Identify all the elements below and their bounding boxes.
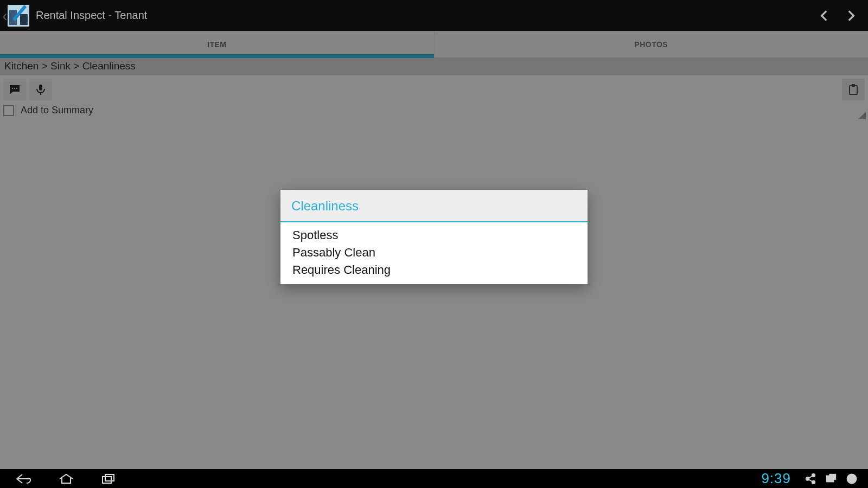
dialog-option-requires-clean[interactable]: Requires Cleaning: [280, 261, 588, 279]
svg-line-13: [809, 479, 812, 481]
back-button[interactable]: [8, 469, 40, 488]
dialog-option-spotless[interactable]: Spotless: [280, 227, 588, 244]
svg-line-12: [809, 476, 812, 478]
svg-point-9: [806, 477, 809, 480]
home-button[interactable]: [50, 469, 82, 488]
svg-point-10: [812, 473, 815, 477]
cleanliness-dialog: Cleanliness Spotless Passably Clean Requ…: [280, 190, 588, 284]
action-bar: ‹ Rental Inspect - Tenant: [0, 0, 868, 31]
app-icon[interactable]: [8, 5, 29, 27]
modal-scrim[interactable]: Cleanliness Spotless Passably Clean Requ…: [0, 31, 868, 469]
svg-rect-7: [103, 477, 111, 483]
android-nav-bar: 9:39: [0, 469, 868, 488]
screenshot-icon[interactable]: [822, 473, 840, 485]
dialog-option-passably-clean[interactable]: Passably Clean: [280, 244, 588, 261]
app-title: Rental Inspect - Tenant: [36, 9, 147, 22]
dialog-title: Cleanliness: [280, 190, 588, 222]
recents-button[interactable]: [92, 469, 125, 488]
svg-rect-15: [829, 474, 835, 479]
svg-rect-8: [105, 474, 114, 481]
prev-button[interactable]: [812, 1, 838, 31]
close-overlay-icon[interactable]: [843, 473, 860, 485]
svg-point-11: [812, 480, 815, 484]
status-clock: 9:39: [761, 470, 791, 487]
next-button[interactable]: [838, 1, 864, 31]
share-icon[interactable]: [802, 473, 819, 485]
